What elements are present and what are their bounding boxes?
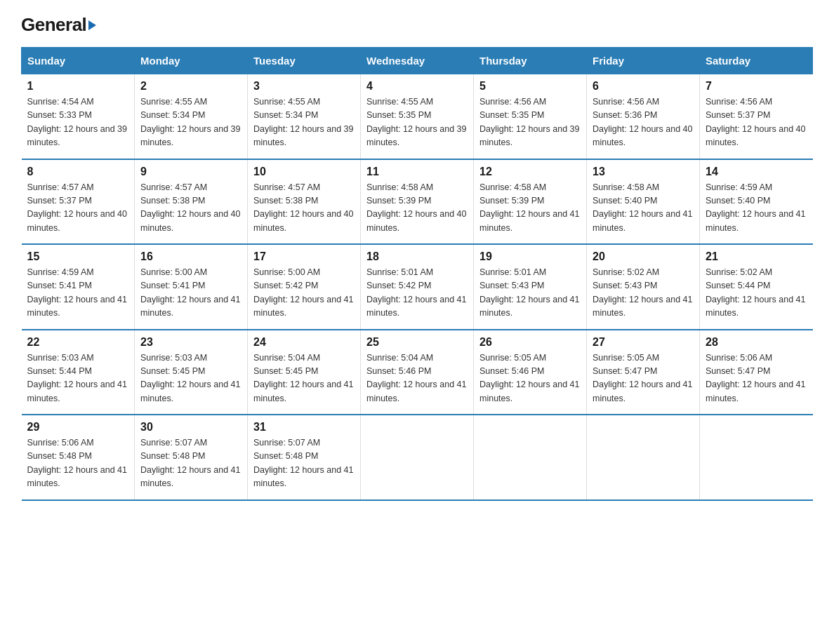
calendar-cell: 31Sunrise: 5:07 AMSunset: 5:48 PMDayligh… [248,415,361,500]
calendar-cell: 30Sunrise: 5:07 AMSunset: 5:48 PMDayligh… [135,415,248,500]
day-number: 10 [253,166,355,178]
day-info: Sunrise: 5:06 AMSunset: 5:47 PMDaylight:… [706,351,807,406]
calendar-cell: 4Sunrise: 4:55 AMSunset: 5:35 PMDaylight… [361,74,474,159]
logo-general-text: General [21,14,86,35]
day-info: Sunrise: 5:03 AMSunset: 5:45 PMDaylight:… [140,351,241,406]
day-info: Sunrise: 4:57 AMSunset: 5:37 PMDaylight:… [27,181,129,236]
calendar-cell: 8Sunrise: 4:57 AMSunset: 5:37 PMDaylight… [22,159,135,245]
calendar-cell: 21Sunrise: 5:02 AMSunset: 5:44 PMDayligh… [700,244,813,330]
day-number: 12 [479,166,581,178]
day-number: 8 [27,166,129,178]
day-info: Sunrise: 4:57 AMSunset: 5:38 PMDaylight:… [140,181,241,236]
day-info: Sunrise: 5:00 AMSunset: 5:41 PMDaylight:… [140,266,241,321]
logo-arrow-shape [88,20,96,30]
calendar-cell: 6Sunrise: 4:56 AMSunset: 5:36 PMDaylight… [587,74,700,159]
day-info: Sunrise: 4:56 AMSunset: 5:35 PMDaylight:… [479,95,581,150]
calendar-cell [700,415,813,500]
day-info: Sunrise: 5:05 AMSunset: 5:46 PMDaylight:… [479,351,581,406]
calendar-cell: 24Sunrise: 5:04 AMSunset: 5:45 PMDayligh… [248,330,361,415]
calendar-cell: 14Sunrise: 4:59 AMSunset: 5:40 PMDayligh… [700,159,813,245]
calendar-cell: 27Sunrise: 5:05 AMSunset: 5:47 PMDayligh… [587,330,700,415]
calendar-cell [474,415,587,500]
day-number: 14 [706,166,807,178]
calendar-cell: 5Sunrise: 4:56 AMSunset: 5:35 PMDaylight… [474,74,587,159]
week-row-2: 8Sunrise: 4:57 AMSunset: 5:37 PMDaylight… [22,159,813,245]
day-info: Sunrise: 5:01 AMSunset: 5:42 PMDaylight:… [366,266,468,321]
day-number: 5 [479,80,581,93]
day-info: Sunrise: 5:05 AMSunset: 5:47 PMDaylight:… [593,351,694,406]
calendar-cell: 9Sunrise: 4:57 AMSunset: 5:38 PMDaylight… [135,159,248,245]
day-info: Sunrise: 5:02 AMSunset: 5:44 PMDaylight:… [706,266,807,321]
day-info: Sunrise: 5:04 AMSunset: 5:45 PMDaylight:… [253,351,355,406]
day-info: Sunrise: 4:59 AMSunset: 5:41 PMDaylight:… [27,266,129,321]
calendar-cell: 25Sunrise: 5:04 AMSunset: 5:46 PMDayligh… [361,330,474,415]
day-number: 27 [593,336,694,349]
day-info: Sunrise: 4:56 AMSunset: 5:37 PMDaylight:… [706,95,807,150]
day-number: 29 [27,421,129,434]
header-wednesday: Wednesday [361,48,474,74]
day-number: 13 [593,166,694,178]
day-number: 17 [253,250,355,263]
day-number: 19 [479,250,581,263]
day-number: 16 [140,250,241,263]
calendar-cell: 7Sunrise: 4:56 AMSunset: 5:37 PMDaylight… [700,74,813,159]
day-info: Sunrise: 5:00 AMSunset: 5:42 PMDaylight:… [253,266,355,321]
calendar-table: SundayMondayTuesdayWednesdayThursdayFrid… [21,47,813,501]
page-header: General [21,14,813,33]
day-number: 11 [366,166,468,178]
header-thursday: Thursday [474,48,587,74]
calendar-header-row: SundayMondayTuesdayWednesdayThursdayFrid… [22,48,813,74]
calendar-cell: 17Sunrise: 5:00 AMSunset: 5:42 PMDayligh… [248,244,361,330]
day-info: Sunrise: 4:59 AMSunset: 5:40 PMDaylight:… [706,181,807,236]
day-number: 2 [140,80,241,93]
day-info: Sunrise: 4:57 AMSunset: 5:38 PMDaylight:… [253,181,355,236]
day-info: Sunrise: 4:58 AMSunset: 5:39 PMDaylight:… [479,181,581,236]
day-number: 9 [140,166,241,178]
day-info: Sunrise: 5:07 AMSunset: 5:48 PMDaylight:… [140,436,241,491]
day-number: 7 [706,80,807,93]
logo-top: General [21,14,96,36]
week-row-3: 15Sunrise: 4:59 AMSunset: 5:41 PMDayligh… [22,244,813,330]
day-info: Sunrise: 5:06 AMSunset: 5:48 PMDaylight:… [27,436,129,491]
day-info: Sunrise: 4:55 AMSunset: 5:34 PMDaylight:… [253,95,355,150]
day-number: 21 [706,250,807,263]
day-number: 18 [366,250,468,263]
week-row-4: 22Sunrise: 5:03 AMSunset: 5:44 PMDayligh… [22,330,813,415]
header-monday: Monday [135,48,248,74]
day-number: 3 [253,80,355,93]
header-tuesday: Tuesday [248,48,361,74]
day-info: Sunrise: 4:58 AMSunset: 5:40 PMDaylight:… [593,181,694,236]
calendar-cell: 11Sunrise: 4:58 AMSunset: 5:39 PMDayligh… [361,159,474,245]
week-row-1: 1Sunrise: 4:54 AMSunset: 5:33 PMDaylight… [22,74,813,159]
calendar-cell: 20Sunrise: 5:02 AMSunset: 5:43 PMDayligh… [587,244,700,330]
day-number: 30 [140,421,241,434]
header-saturday: Saturday [700,48,813,74]
calendar-cell: 12Sunrise: 4:58 AMSunset: 5:39 PMDayligh… [474,159,587,245]
logo: General [21,14,96,33]
calendar-cell: 19Sunrise: 5:01 AMSunset: 5:43 PMDayligh… [474,244,587,330]
day-info: Sunrise: 5:07 AMSunset: 5:48 PMDaylight:… [253,436,355,491]
day-info: Sunrise: 4:54 AMSunset: 5:33 PMDaylight:… [27,95,129,150]
calendar-cell: 26Sunrise: 5:05 AMSunset: 5:46 PMDayligh… [474,330,587,415]
day-info: Sunrise: 4:55 AMSunset: 5:35 PMDaylight:… [366,95,468,150]
day-number: 4 [366,80,468,93]
header-friday: Friday [587,48,700,74]
day-number: 28 [706,336,807,349]
calendar-cell: 3Sunrise: 4:55 AMSunset: 5:34 PMDaylight… [248,74,361,159]
calendar-cell: 22Sunrise: 5:03 AMSunset: 5:44 PMDayligh… [22,330,135,415]
week-row-5: 29Sunrise: 5:06 AMSunset: 5:48 PMDayligh… [22,415,813,500]
day-number: 31 [253,421,355,434]
calendar-cell [361,415,474,500]
day-number: 23 [140,336,241,349]
day-info: Sunrise: 5:02 AMSunset: 5:43 PMDaylight:… [593,266,694,321]
calendar-cell: 10Sunrise: 4:57 AMSunset: 5:38 PMDayligh… [248,159,361,245]
day-number: 24 [253,336,355,349]
calendar-cell: 16Sunrise: 5:00 AMSunset: 5:41 PMDayligh… [135,244,248,330]
calendar-cell: 28Sunrise: 5:06 AMSunset: 5:47 PMDayligh… [700,330,813,415]
day-info: Sunrise: 5:03 AMSunset: 5:44 PMDaylight:… [27,351,129,406]
header-sunday: Sunday [22,48,135,74]
day-info: Sunrise: 4:56 AMSunset: 5:36 PMDaylight:… [593,95,694,150]
calendar-cell: 29Sunrise: 5:06 AMSunset: 5:48 PMDayligh… [22,415,135,500]
calendar-cell: 15Sunrise: 4:59 AMSunset: 5:41 PMDayligh… [22,244,135,330]
day-number: 1 [27,80,129,93]
